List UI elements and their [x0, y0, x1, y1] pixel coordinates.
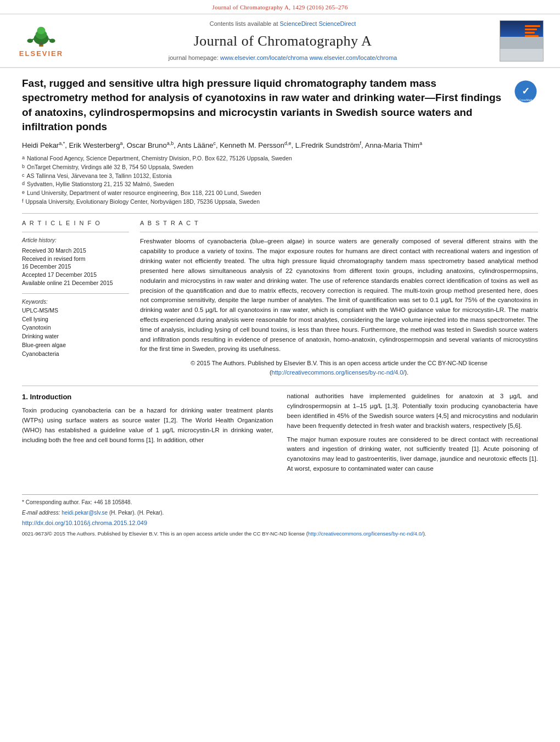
affil-f: f Uppsala University, Evolutionary Biolo…	[22, 198, 538, 207]
article-title: Fast, rugged and sensitive ultra high pr…	[22, 76, 505, 135]
doi-link[interactable]: http://dx.doi.org/10.1016/j.chroma.2015.…	[22, 519, 538, 528]
sciencedirect-link[interactable]: ScienceDirect	[280, 20, 317, 27]
history-label: Article history:	[22, 237, 129, 245]
divider-2	[22, 386, 538, 386]
abstract-header: A B S T R A C T	[140, 219, 538, 228]
revised-label: Received in revised form	[22, 255, 129, 263]
crossmark-icon: ✓ CrossMark	[513, 79, 538, 104]
affiliations: a National Food Agency, Science Departme…	[22, 154, 538, 207]
intro-para-2: national authorities have implemented gu…	[287, 392, 539, 431]
keyword-6: Cyanobacteria	[22, 350, 129, 359]
keywords-divider	[22, 293, 129, 294]
intro-section-title: 1. Introduction	[22, 392, 273, 403]
article-title-section: Fast, rugged and sensitive ultra high pr…	[22, 76, 538, 135]
footnote-email[interactable]: heidi.pekar@slv.se	[61, 510, 108, 516]
footnote-email-suffix: (H. Pekar).	[109, 510, 136, 516]
banner-text: Journal of Chromatography A, 1429 (2016)…	[212, 4, 348, 10]
elsevier-tree-icon	[25, 23, 58, 48]
article-history-block: Article history: Received 30 March 2015 …	[22, 237, 129, 287]
journal-homepage: journal homepage: www.elsevier.com/locat…	[71, 54, 494, 63]
revised-date: 16 December 2015	[22, 263, 129, 271]
email-label: E-mail address:	[22, 510, 61, 516]
copyright-footer: 0021-9673/© 2015 The Authors. Published …	[22, 530, 538, 538]
abstract-paragraph: Freshwater blooms of cyanobacteria (blue…	[140, 237, 538, 354]
contents-line: Contents lists available at ScienceDirec…	[71, 20, 494, 29]
keyword-1: UPLC-MS/MS	[22, 306, 129, 315]
body-right-col: national authorities have implemented gu…	[287, 392, 539, 478]
footnote-star-label: * Corresponding author. Fax: +46 18 1058…	[22, 499, 132, 505]
sciencedirect-text: ScienceDirect	[318, 20, 356, 27]
received-date: Received 30 March 2015	[22, 247, 129, 255]
journal-center: Contents lists available at ScienceDirec…	[71, 20, 494, 63]
affil-c: c AS Tallinna Vesi, Järvevana tee 3, Tal…	[22, 172, 538, 181]
body-text-row: 1. Introduction Toxin producing cyanobac…	[22, 392, 538, 478]
footnote-corresponding: * Corresponding author. Fax: +46 18 1058…	[22, 498, 538, 506]
info-divider	[22, 232, 129, 232]
elsevier-label: ELSEVIER	[19, 49, 63, 59]
footnote-email-line: E-mail address: heidi.pekar@slv.se (H. P…	[22, 509, 538, 517]
svg-point-5	[27, 38, 33, 43]
abstract-divider	[140, 232, 538, 232]
keyword-4: Drinking water	[22, 332, 129, 341]
available-date: Available online 21 December 2015	[22, 279, 129, 287]
abstract-text: Freshwater blooms of cyanobacteria (blue…	[140, 237, 538, 377]
main-content: Fast, rugged and sensitive ultra high pr…	[0, 68, 560, 486]
footer-divider	[22, 494, 538, 495]
abstract-license-link[interactable]: http://creativecommons.org/licenses/by-n…	[272, 369, 405, 376]
journal-banner: Journal of Chromatography A, 1429 (2016)…	[0, 0, 560, 14]
affil-a: a National Food Agency, Science Departme…	[22, 154, 538, 163]
svg-point-8	[40, 42, 43, 45]
cover-image	[500, 20, 544, 62]
affil-b: b OnTarget Chemistry, Virdings allé 32 B…	[22, 163, 538, 172]
authors-line: Heidi Pekara,*, Erik Westerberga, Oscar …	[22, 140, 538, 151]
keyword-3: Cyanotoxin	[22, 323, 129, 332]
keywords-section: Keywords: UPLC-MS/MS Cell lysing Cyanoto…	[22, 298, 129, 358]
page: Journal of Chromatography A, 1429 (2016)…	[0, 0, 560, 742]
keyword-5: Blue-green algae	[22, 341, 129, 350]
svg-text:✓: ✓	[522, 86, 530, 97]
journal-header: ELSEVIER Contents lists available at Sci…	[0, 14, 560, 68]
homepage-link[interactable]: www.elsevier.com/locate/chroma	[220, 54, 308, 61]
svg-point-7	[49, 38, 55, 43]
intro-para-3: The major human exposure routes are cons…	[287, 435, 539, 474]
affil-d: d Sydvatten, Hyllie Stationstorg 21, 215…	[22, 180, 538, 189]
footer-section: * Corresponding author. Fax: +46 18 1058…	[0, 494, 560, 538]
keyword-2: Cell lysing	[22, 315, 129, 324]
svg-point-3	[37, 27, 46, 35]
accepted-date: Accepted 17 December 2015	[22, 271, 129, 279]
journal-cover	[494, 20, 544, 62]
cover-decorative-lines	[525, 25, 540, 37]
article-info-col: A R T I C L E I N F O Article history: R…	[22, 219, 129, 378]
abstract-col: A B S T R A C T Freshwater blooms of cya…	[140, 219, 538, 378]
body-left-col: 1. Introduction Toxin producing cyanobac…	[22, 392, 273, 478]
affil-e: e Lund University, Department of water r…	[22, 189, 538, 198]
info-abstract-row: A R T I C L E I N F O Article history: R…	[22, 219, 538, 378]
divider-1	[22, 213, 538, 214]
article-info-header: A R T I C L E I N F O	[22, 219, 129, 228]
journal-title: Journal of Chromatography A	[71, 31, 494, 52]
intro-para-1: Toxin producing cyanobacteria can be a h…	[22, 406, 273, 445]
keywords-label: Keywords:	[22, 298, 129, 306]
svg-text:CrossMark: CrossMark	[519, 98, 533, 102]
abstract-copyright: © 2015 The Authors. Published by Elsevie…	[140, 359, 538, 377]
footer-license-link[interactable]: http://creativecommons.org/licenses/by-n…	[308, 531, 423, 537]
elsevier-logo: ELSEVIER	[11, 23, 71, 59]
